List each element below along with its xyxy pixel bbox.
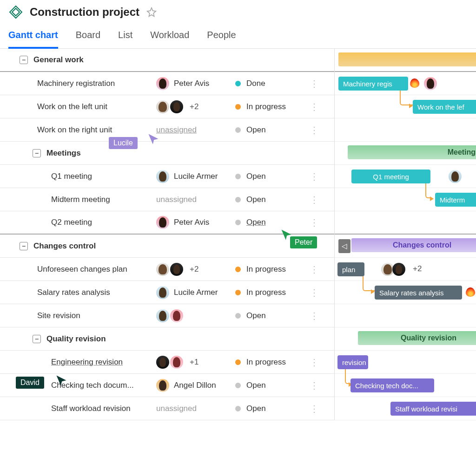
- row-actions-icon[interactable]: ⋮: [310, 194, 324, 205]
- status-cell[interactable]: In progress: [235, 102, 310, 111]
- assignee-cell[interactable]: +2: [156, 263, 235, 276]
- status-cell[interactable]: Open: [235, 218, 310, 227]
- row-actions-icon[interactable]: ⋮: [310, 217, 324, 228]
- row-actions-icon[interactable]: ⋮: [310, 357, 324, 368]
- collapse-icon[interactable]: −: [33, 335, 41, 343]
- task-row[interactable]: Staff workload revision unassigned Open …: [0, 397, 334, 420]
- task-name: Work on the right unit: [37, 125, 112, 135]
- favorite-star-icon[interactable]: [146, 7, 157, 18]
- tab-people[interactable]: People: [207, 30, 236, 48]
- assignee-cell[interactable]: Lucile Armer: [156, 170, 235, 183]
- task-name: Site revision: [37, 311, 80, 320]
- status-cell[interactable]: Open: [235, 311, 310, 320]
- gantt-bar-plan[interactable]: plan: [337, 262, 364, 276]
- gantt-bar-salary[interactable]: Salary rates analysis: [375, 286, 462, 300]
- gantt-bar-work-left[interactable]: Work on the lef: [413, 100, 476, 114]
- status-label: Open: [246, 195, 266, 204]
- assignee-cell[interactable]: +2: [156, 100, 235, 113]
- gantt-bar-q1-meeting[interactable]: Q1 meeting: [351, 170, 430, 183]
- avatar: [170, 356, 183, 369]
- group-quality-revision[interactable]: − Quality revision: [0, 327, 334, 351]
- assignee-cell[interactable]: [156, 309, 235, 322]
- avatar: [170, 263, 183, 276]
- status-dot-icon: [235, 406, 241, 411]
- task-row[interactable]: Q2 meeting Peter Avis Open ⋮: [0, 211, 334, 235]
- row-actions-icon[interactable]: ⋮: [310, 101, 324, 112]
- tab-list[interactable]: List: [118, 30, 132, 48]
- assignee-cell[interactable]: Angel Dillon: [156, 379, 235, 392]
- assignee-cell[interactable]: unassigned: [156, 195, 235, 204]
- gantt-summary-bar-quality[interactable]: Quality revision: [358, 331, 476, 345]
- group-meetings[interactable]: − Meetings: [0, 142, 334, 165]
- row-actions-icon[interactable]: ⋮: [310, 124, 324, 136]
- avatar: [170, 100, 183, 113]
- task-name: Q1 meeting: [51, 172, 92, 181]
- group-label: Quality revision: [46, 334, 106, 344]
- row-actions-icon[interactable]: ⋮: [310, 171, 324, 182]
- tab-workload[interactable]: Workload: [150, 30, 189, 48]
- avatar: [424, 77, 437, 90]
- task-row[interactable]: Salary rates analysis Lucile Armer In pr…: [0, 281, 334, 304]
- gantt-bar-staff[interactable]: Staff workload revisi: [390, 402, 476, 416]
- collapse-icon[interactable]: −: [33, 149, 41, 157]
- status-cell[interactable]: Open: [235, 404, 310, 413]
- assignee-cell[interactable]: unassigned: [156, 125, 235, 135]
- status-label: Done: [246, 79, 265, 88]
- task-row[interactable]: Midterm meeting unassigned Open ⋮: [0, 188, 334, 211]
- tab-gantt-chart[interactable]: Gantt chart: [8, 30, 58, 49]
- avatar: [170, 309, 183, 322]
- assignee-name: Peter Avis: [174, 218, 209, 227]
- task-row[interactable]: Site revision Open ⋮: [0, 304, 334, 327]
- row-actions-icon[interactable]: ⋮: [310, 310, 324, 321]
- status-cell[interactable]: Open: [235, 172, 310, 181]
- row-actions-icon[interactable]: ⋮: [310, 287, 324, 298]
- row-actions-icon[interactable]: ⋮: [310, 78, 324, 89]
- task-row[interactable]: Work on the left unit +2 In progress ⋮: [0, 95, 334, 118]
- gantt-summary-label: Quality revision: [401, 334, 456, 342]
- assignee-cell[interactable]: Peter Avis: [156, 77, 235, 90]
- status-label: Open: [246, 381, 266, 390]
- assignee-name: Peter Avis: [174, 79, 209, 88]
- tab-board[interactable]: Board: [76, 30, 100, 48]
- gantt-summary-bar[interactable]: [338, 52, 476, 66]
- task-row[interactable]: Unforeseen changes plan +2 In progress ⋮: [0, 258, 334, 281]
- status-dot-icon: [235, 81, 241, 86]
- group-general-work[interactable]: − General work: [0, 49, 334, 72]
- assignee-name: Lucile Armer: [174, 288, 218, 297]
- status-cell[interactable]: Open: [235, 381, 310, 390]
- status-cell[interactable]: In progress: [235, 288, 310, 297]
- group-label: Changes control: [33, 241, 96, 251]
- task-row[interactable]: Checking tech docum... Angel Dillon Open…: [0, 374, 334, 397]
- avatar: [156, 100, 169, 113]
- gantt-bar-machinery[interactable]: Machinery regis: [338, 77, 408, 91]
- gantt-summary-bar-meetings[interactable]: Meetings: [348, 145, 476, 159]
- assignee-cell[interactable]: Lucile Armer: [156, 286, 235, 299]
- row-actions-icon[interactable]: ⋮: [310, 403, 324, 414]
- status-dot-icon: [235, 359, 241, 365]
- collapse-icon[interactable]: −: [20, 242, 28, 250]
- status-cell[interactable]: Open: [235, 125, 310, 135]
- status-cell[interactable]: Open: [235, 195, 310, 204]
- status-label: In progress: [246, 358, 286, 367]
- gantt-bar-midterm[interactable]: Midterm: [435, 193, 476, 207]
- assignee-cell[interactable]: Peter Avis: [156, 216, 235, 229]
- status-cell[interactable]: Done: [235, 79, 310, 88]
- status-cell[interactable]: In progress: [235, 358, 310, 367]
- task-row[interactable]: Engineering revision +1 In progress ⋮: [0, 351, 334, 374]
- collapse-icon[interactable]: −: [20, 56, 28, 64]
- gantt-summary-bar-changes[interactable]: Changes control: [351, 238, 476, 252]
- status-cell[interactable]: In progress: [235, 265, 310, 274]
- page-title: Construction project: [30, 6, 139, 19]
- gantt-bar-revision[interactable]: revision: [337, 355, 368, 369]
- assignee-cell[interactable]: unassigned: [156, 404, 235, 413]
- assignee-cell[interactable]: +1: [156, 356, 235, 369]
- row-actions-icon[interactable]: ⋮: [310, 380, 324, 391]
- avatar: [156, 263, 169, 276]
- row-actions-icon[interactable]: ⋮: [310, 264, 324, 275]
- task-row[interactable]: Work on the right unit unassigned Open ⋮: [0, 118, 334, 142]
- task-row[interactable]: Machinery registration Peter Avis Done ⋮: [0, 72, 334, 95]
- scroll-left-icon[interactable]: ◁: [338, 239, 350, 253]
- task-row[interactable]: Q1 meeting Lucile Armer Open ⋮: [0, 165, 334, 188]
- gantt-bar-checking[interactable]: Checking tech doc...: [350, 378, 434, 392]
- group-changes-control[interactable]: − Changes control: [0, 235, 334, 258]
